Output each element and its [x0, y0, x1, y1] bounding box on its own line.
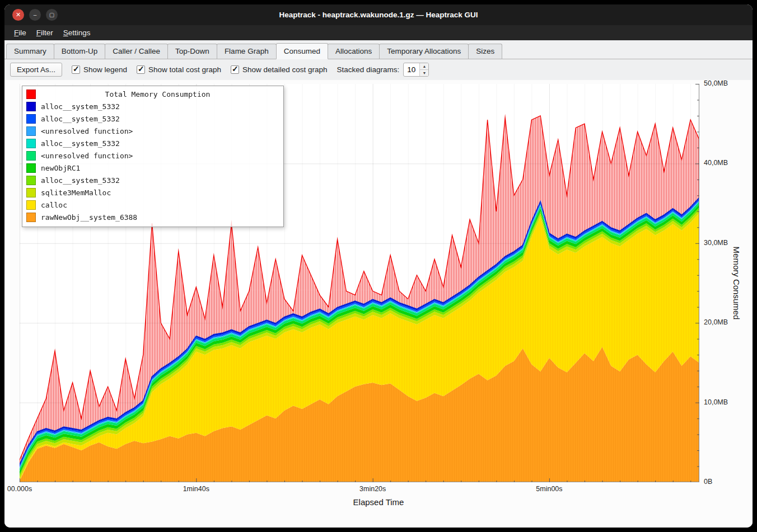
series-label: rawNewObj__system_6388	[41, 213, 137, 222]
menu-filter[interactable]: Filter	[31, 26, 58, 39]
legend-item: sqlite3MemMalloc	[26, 186, 279, 199]
y-axis-tick: 10,0MB	[704, 398, 728, 406]
series-swatch	[26, 126, 36, 136]
tab-bar: Summary Bottom-Up Caller / Callee Top-Do…	[4, 40, 753, 59]
series-label: sqlite3MemMalloc	[41, 189, 111, 197]
show-total-cost-checkbox-input[interactable]	[137, 65, 145, 74]
series-label: alloc__system_5332	[41, 139, 120, 148]
y-axis-tick: 30,0MB	[704, 239, 728, 247]
menubar: File Filter Settings	[4, 25, 753, 40]
legend-item: alloc__system_5332	[26, 100, 279, 112]
legend-item: newObjRC1	[26, 162, 279, 174]
x-axis-tick: 5min00s	[536, 485, 562, 493]
series-swatch	[26, 200, 36, 210]
tab-allocations[interactable]: Allocations	[328, 44, 380, 59]
series-swatch	[26, 151, 36, 161]
y-axis-label: Memory Consumed	[732, 247, 741, 320]
legend-item: alloc__system_5332	[26, 174, 279, 186]
legend-item: alloc__system_5332	[26, 137, 279, 149]
series-swatch	[26, 139, 36, 148]
x-axis-tick: 3min20s	[359, 485, 386, 493]
tab-summary[interactable]: Summary	[6, 44, 54, 59]
tab-caller-callee[interactable]: Caller / Callee	[105, 44, 168, 59]
close-button[interactable]: ✕	[12, 9, 24, 21]
menu-settings[interactable]: Settings	[58, 26, 96, 39]
show-total-cost-label: Show total cost graph	[148, 65, 221, 74]
series-swatch	[26, 102, 36, 111]
app-window: ✕ – ▢ Heaptrack - heaptrack.wakunode.1.g…	[4, 4, 753, 528]
stacked-diagrams-control: Stacked diagrams: ▲ ▼	[337, 63, 429, 77]
stacked-diagrams-spinner[interactable]: ▲ ▼	[403, 63, 429, 77]
series-swatch	[26, 213, 36, 222]
series-swatch	[26, 188, 36, 197]
chart-region: Total Memory Consumption alloc__system_5…	[4, 80, 753, 528]
show-legend-checkbox-input[interactable]	[72, 65, 80, 74]
export-as-button[interactable]: Export As...	[10, 63, 62, 77]
series-label: newObjRC1	[41, 164, 80, 172]
series-label: alloc__system_5332	[41, 176, 120, 185]
plot-area: Total Memory Consumption alloc__system_5…	[20, 84, 699, 482]
y-axis-tick: 40,0MB	[704, 159, 728, 167]
y-axis-tick: 0B	[704, 478, 712, 486]
menu-file[interactable]: File	[9, 26, 31, 39]
tab-sizes[interactable]: Sizes	[468, 44, 502, 59]
legend-item: rawNewObj__system_6388	[26, 211, 279, 223]
show-detailed-cost-checkbox[interactable]: Show detailed cost graph	[231, 65, 328, 74]
legend-item: calloc	[26, 199, 279, 211]
maximize-button[interactable]: ▢	[46, 9, 58, 21]
legend-title-row: Total Memory Consumption	[26, 88, 279, 100]
chevron-down-icon: ▼	[422, 71, 426, 75]
maximize-icon: ▢	[49, 12, 54, 18]
minimize-button[interactable]: –	[29, 9, 41, 21]
y-axis-tick: 50,0MB	[704, 79, 728, 87]
window-title: Heaptrack - heaptrack.wakunode.1.gz — He…	[4, 11, 753, 19]
tab-temporary-allocations[interactable]: Temporary Allocations	[379, 44, 469, 59]
tab-consumed[interactable]: Consumed	[276, 43, 328, 59]
total-memory-swatch	[26, 90, 36, 99]
tab-flame-graph[interactable]: Flame Graph	[217, 44, 277, 59]
legend-item: <unresolved function>	[26, 125, 279, 137]
series-swatch	[26, 176, 36, 185]
stacked-diagrams-label: Stacked diagrams:	[337, 65, 400, 74]
series-label: <unresolved function>	[41, 127, 133, 135]
series-swatch	[26, 114, 36, 124]
show-legend-label: Show legend	[83, 65, 127, 74]
show-detailed-cost-label: Show detailed cost graph	[242, 65, 328, 74]
series-label: <unresolved function>	[41, 152, 133, 160]
y-axis-tick: 20,0MB	[704, 318, 728, 326]
legend-item: alloc__system_5332	[26, 112, 279, 125]
series-label: alloc__system_5332	[41, 102, 120, 111]
x-axis-label: Elapsed Time	[4, 497, 753, 507]
titlebar[interactable]: ✕ – ▢ Heaptrack - heaptrack.wakunode.1.g…	[4, 4, 753, 25]
series-label: alloc__system_5332	[41, 115, 120, 123]
show-detailed-cost-checkbox-input[interactable]	[231, 65, 239, 74]
chevron-up-icon: ▲	[422, 64, 426, 68]
legend-item: <unresolved function>	[26, 149, 279, 162]
close-icon: ✕	[16, 11, 21, 18]
series-swatch	[26, 163, 36, 173]
show-total-cost-checkbox[interactable]: Show total cost graph	[137, 65, 221, 74]
tab-bottom-up[interactable]: Bottom-Up	[54, 44, 106, 59]
spinner-buttons: ▲ ▼	[419, 63, 428, 76]
legend-title: Total Memory Consumption	[36, 90, 279, 98]
x-axis-tick: 1min40s	[183, 485, 209, 493]
x-axis-tick: 00.000s	[7, 485, 32, 493]
toolbar: Export As... Show legend Show total cost…	[4, 59, 753, 80]
stacked-diagrams-input[interactable]	[404, 63, 419, 76]
spinner-down-button[interactable]: ▼	[420, 70, 428, 76]
spinner-up-button[interactable]: ▲	[420, 63, 428, 70]
chart-legend: Total Memory Consumption alloc__system_5…	[22, 86, 284, 227]
tab-top-down[interactable]: Top-Down	[167, 44, 217, 59]
series-label: calloc	[41, 201, 67, 209]
show-legend-checkbox[interactable]: Show legend	[72, 65, 127, 74]
window-controls: ✕ – ▢	[12, 9, 58, 21]
minimize-icon: –	[34, 12, 37, 18]
